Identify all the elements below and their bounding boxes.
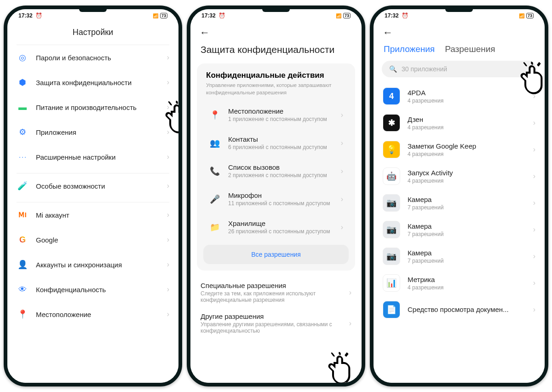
shield-icon: ⬢ — [17, 76, 29, 88]
pin-icon: 📍 — [17, 308, 29, 320]
chevron-right-icon: › — [533, 279, 535, 287]
chevron-right-icon: › — [533, 145, 535, 154]
app-sub: 4 разрешения — [408, 151, 526, 157]
chevron-right-icon: › — [341, 111, 343, 119]
signal-icon: 📶 — [336, 13, 341, 18]
row-power[interactable]: ▬ Питание и производительность › — [7, 95, 178, 120]
app-sub: 4 разрешения — [408, 284, 526, 291]
battery-icon: 73 — [160, 13, 167, 18]
row-advanced[interactable]: ⋯ Расширенные настройки › — [7, 144, 178, 169]
row-contacts-perm[interactable]: 👥 Контакты6 приложений с постоянным дост… — [200, 129, 352, 157]
app-icon: 📷 — [383, 194, 400, 212]
chevron-right-icon: › — [533, 92, 535, 100]
row-privacy[interactable]: ⬢ Защита конфиденциальности › — [7, 70, 178, 95]
chevron-right-icon: › — [167, 236, 169, 244]
phone-3: 17:32⏰ 📶73 ← Приложения Разрешения 🔍 30 … — [370, 6, 548, 386]
app-label: Камера — [408, 222, 526, 230]
chevron-right-icon: › — [533, 225, 535, 234]
person-icon: 👤 — [17, 259, 29, 271]
chevron-right-icon: › — [533, 119, 535, 127]
fingerprint-icon: ◎ — [17, 52, 29, 63]
app-row[interactable]: ✱ Дзен 4 разрешения › — [374, 110, 545, 136]
chevron-right-icon: › — [341, 223, 343, 231]
app-row[interactable]: 🤖 Запуск Activity 4 разрешения › — [374, 163, 545, 190]
battery-icon: ▬ — [17, 101, 29, 113]
row-mi-account[interactable]: ⅯI Mi аккаунт › — [7, 202, 178, 227]
battery-icon: 73 — [526, 13, 534, 18]
page-title: Защита конфиденциальности — [190, 41, 362, 63]
row-special-perms[interactable]: Специальные разрешенияСледите за тем, ка… — [190, 277, 362, 308]
row-storage-perm[interactable]: 📁 Хранилище26 приложений с постоянным до… — [200, 213, 352, 241]
row-mic-perm[interactable]: 🎤 Микрофон11 приложений с постоянным дос… — [200, 185, 352, 213]
app-sub: 4 разрешения — [408, 178, 526, 184]
app-row[interactable]: 📄 Средство просмотра докумен... › — [374, 296, 545, 323]
chevron-right-icon: › — [167, 211, 169, 219]
battery-icon: 73 — [343, 13, 351, 18]
chevron-right-icon: › — [167, 285, 169, 294]
search-placeholder: 30 приложений — [402, 65, 447, 73]
app-row[interactable]: 📷 Камера 7 разрешений › — [374, 243, 545, 270]
status-time: 17:32 — [18, 12, 33, 19]
app-row[interactable]: 📷 Камера 7 разрешений › — [374, 216, 545, 243]
row-confidentiality[interactable]: 👁 Конфиденциальность › — [7, 277, 178, 302]
phone-2: 17:32⏰ 📶73 ← Защита конфиденциальности К… — [187, 6, 365, 386]
call-icon: 📞 — [209, 165, 221, 177]
chevron-right-icon: › — [533, 199, 535, 207]
app-icon: 📷 — [383, 248, 400, 265]
all-permissions-button[interactable]: Все разрешения — [203, 245, 349, 264]
app-label: Камера — [408, 196, 526, 203]
row-other-perms[interactable]: Другие разрешенияУправление другими разр… — [190, 308, 362, 339]
app-label: Камера — [408, 249, 526, 257]
phone-1: 17:32 ⏰ 📶 73 Настройки ◎ Пароли и безопа… — [4, 6, 182, 386]
accessibility-icon: 🧪 — [17, 180, 29, 192]
chevron-right-icon: › — [167, 310, 169, 318]
row-google[interactable]: G Google › — [7, 227, 178, 252]
alarm-icon: ⏰ — [402, 12, 408, 19]
tab-permissions[interactable]: Разрешения — [445, 44, 495, 54]
status-bar: 17:32 ⏰ 📶 73 — [7, 9, 178, 22]
row-calllog-perm[interactable]: 📞 Список вызовов2 приложения с постоянны… — [200, 157, 352, 185]
app-row[interactable]: 📊 Метрика 4 разрешения › — [374, 270, 545, 296]
app-row[interactable]: 4 4PDA 4 разрешения › — [374, 83, 545, 110]
signal-icon: 📶 — [153, 13, 158, 18]
row-sync[interactable]: 👤 Аккаунты и синхронизация › — [7, 252, 178, 277]
chevron-right-icon: › — [167, 260, 169, 269]
app-sub: 4 разрешения — [408, 98, 526, 104]
app-icon: 4 — [383, 87, 400, 105]
search-input[interactable]: 🔍 30 приложений — [382, 61, 536, 77]
page-title: Настройки — [7, 22, 178, 45]
app-label: Дзен — [408, 115, 526, 123]
mi-icon: ⅯI — [17, 209, 29, 221]
card-subtitle: Управление приложениями, которые запраши… — [200, 82, 352, 101]
app-icon: ✱ — [383, 114, 400, 132]
search-icon: 🔍 — [389, 65, 397, 73]
chevron-right-icon: › — [533, 172, 535, 180]
app-label: Средство просмотра докумен... — [408, 306, 526, 313]
app-icon: 📄 — [383, 301, 400, 318]
location-icon: 📍 — [209, 109, 221, 121]
chevron-right-icon: › — [349, 319, 351, 328]
row-location[interactable]: 📍 Местоположение › — [7, 302, 178, 327]
app-label: Метрика — [408, 276, 526, 283]
mic-icon: 🎤 — [209, 193, 221, 205]
tab-apps[interactable]: Приложения — [384, 44, 435, 54]
gear-icon: ⚙ — [17, 126, 29, 138]
row-passwords[interactable]: ◎ Пароли и безопасность › — [7, 45, 178, 70]
dots-icon: ⋯ — [17, 151, 29, 163]
back-button[interactable]: ← — [383, 27, 393, 38]
back-button[interactable]: ← — [200, 27, 210, 38]
row-accessibility[interactable]: 🧪 Особые возможности › — [7, 173, 178, 198]
alarm-icon: ⏰ — [35, 12, 42, 19]
row-apps[interactable]: ⚙ Приложения › — [7, 120, 178, 144]
app-row[interactable]: 📷 Камера 7 разрешений › — [374, 190, 545, 216]
row-location-perm[interactable]: 📍 Местоположение1 приложение с постоянны… — [200, 101, 352, 129]
app-label: Запуск Activity — [408, 169, 526, 177]
alarm-icon: ⏰ — [218, 12, 225, 19]
app-sub: 7 разрешений — [408, 258, 526, 264]
chevron-right-icon: › — [341, 195, 343, 203]
chevron-right-icon: › — [167, 103, 169, 111]
app-label: 4PDA — [408, 89, 526, 97]
app-sub: 7 разрешений — [408, 231, 526, 237]
chevron-right-icon: › — [533, 252, 535, 260]
app-row[interactable]: 💡 Заметки Google Keep 4 разрешения › — [374, 136, 545, 163]
